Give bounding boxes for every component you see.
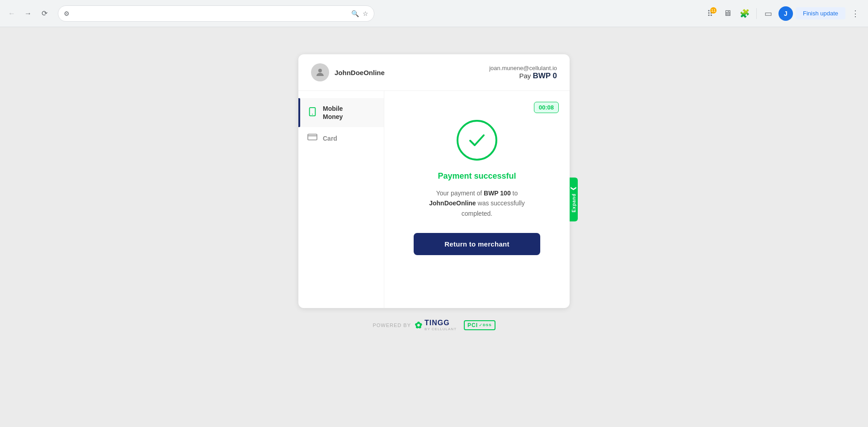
- payment-card: JohnDoeOnline joan.munene@cellulant.io P…: [298, 54, 570, 308]
- more-menu-button[interactable]: ⋮: [848, 6, 863, 21]
- dss-label: DSS: [483, 323, 491, 327]
- card-body: MobileMoney Card 00:08: [298, 91, 570, 308]
- page-footer: POWERED BY ✿ tingg by Cellulant PCI ✓ DS…: [373, 319, 495, 331]
- tingg-brand-text: tingg by Cellulant: [425, 319, 457, 331]
- address-bar: ⚙ https://online.uat.tingg.africa/testin…: [58, 5, 374, 22]
- powered-by-label: POWERED BY: [373, 323, 411, 328]
- message-middle: to: [513, 190, 518, 197]
- back-button[interactable]: ←: [5, 7, 18, 20]
- svg-point-0: [318, 69, 322, 72]
- return-to-merchant-button[interactable]: Return to merchant: [414, 233, 540, 255]
- merchant-name: JohnDoeOnline: [335, 69, 385, 76]
- merchant-name-detail: JohnDoeOnline: [429, 199, 476, 207]
- profile-button[interactable]: J: [778, 6, 793, 21]
- success-area: Payment successful Your payment of BWP 1…: [414, 120, 540, 255]
- sidebar-icon-button[interactable]: ▭: [761, 6, 776, 21]
- extensions-icon-button[interactable]: 🧩: [737, 6, 752, 21]
- monitor-icon-button[interactable]: 🖥: [720, 6, 735, 21]
- expand-tab[interactable]: ❯ Expand: [570, 177, 578, 221]
- page-content: JohnDoeOnline joan.munene@cellulant.io P…: [0, 27, 868, 427]
- sidebar-item-label-card: Card: [323, 134, 337, 142]
- browser-chrome: ← → ⟳ ⚙ https://online.uat.tingg.africa/…: [0, 0, 868, 27]
- sidebar-item-mobile-money[interactable]: MobileMoney: [298, 98, 384, 127]
- expand-label: Expand: [571, 193, 576, 212]
- extension-badge: 11: [710, 7, 717, 14]
- timer-badge: 00:08: [534, 102, 559, 113]
- bookmark-icon: ☆: [363, 10, 368, 17]
- pci-dss-badge: PCI ✓ DSS: [464, 320, 495, 330]
- pci-label: PCI: [467, 322, 478, 328]
- success-message: Your payment of BWP 100 to JohnDoeOnline…: [414, 188, 540, 218]
- tingg-sub-label: by Cellulant: [425, 327, 457, 331]
- pay-label: Pay: [519, 72, 531, 80]
- tingg-logo: ✿ tingg by Cellulant: [415, 319, 457, 331]
- sidebar-item-card[interactable]: Card: [298, 127, 384, 149]
- qr-icon-button[interactable]: ⠿ 11: [703, 6, 717, 21]
- message-prefix: Your payment of: [436, 190, 484, 197]
- tune-icon: ⚙: [64, 10, 70, 17]
- payment-info: joan.munene@cellulant.io Pay BWP 0: [489, 65, 557, 81]
- search-icon: 🔍: [351, 10, 359, 17]
- amount-value: BWP 0: [533, 71, 557, 80]
- success-title: Payment successful: [438, 171, 516, 181]
- reload-button[interactable]: ⟳: [38, 7, 51, 20]
- merchant-info: JohnDoeOnline: [311, 63, 385, 81]
- tingg-leaf-icon: ✿: [415, 320, 423, 331]
- sidebar-item-label-mobile-money: MobileMoney: [323, 104, 343, 121]
- card-icon: [307, 133, 317, 143]
- payment-email: joan.munene@cellulant.io: [489, 65, 557, 71]
- finish-update-button[interactable]: Finish update: [796, 7, 845, 19]
- svg-rect-3: [308, 134, 317, 140]
- toolbar-divider: [756, 8, 757, 19]
- pci-check-icon: ✓: [479, 323, 483, 327]
- success-icon: [457, 120, 497, 161]
- forward-button[interactable]: →: [22, 7, 34, 20]
- url-input[interactable]: https://online.uat.tingg.africa/testing/…: [73, 10, 348, 17]
- payment-sidebar: MobileMoney Card: [298, 91, 384, 308]
- card-header: JohnDoeOnline joan.munene@cellulant.io P…: [298, 54, 570, 91]
- browser-toolbar: ⠿ 11 🖥 🧩 ▭ J Finish update ⋮: [703, 6, 863, 21]
- mobile-money-icon: [307, 107, 317, 119]
- avatar: [311, 63, 329, 81]
- payment-amount: Pay BWP 0: [489, 71, 557, 81]
- payment-amount-detail: BWP 100: [484, 190, 511, 197]
- payment-main: 00:08 Payment successful Your payment of: [384, 91, 570, 308]
- svg-rect-1: [310, 108, 316, 116]
- tingg-name: tingg: [425, 319, 450, 327]
